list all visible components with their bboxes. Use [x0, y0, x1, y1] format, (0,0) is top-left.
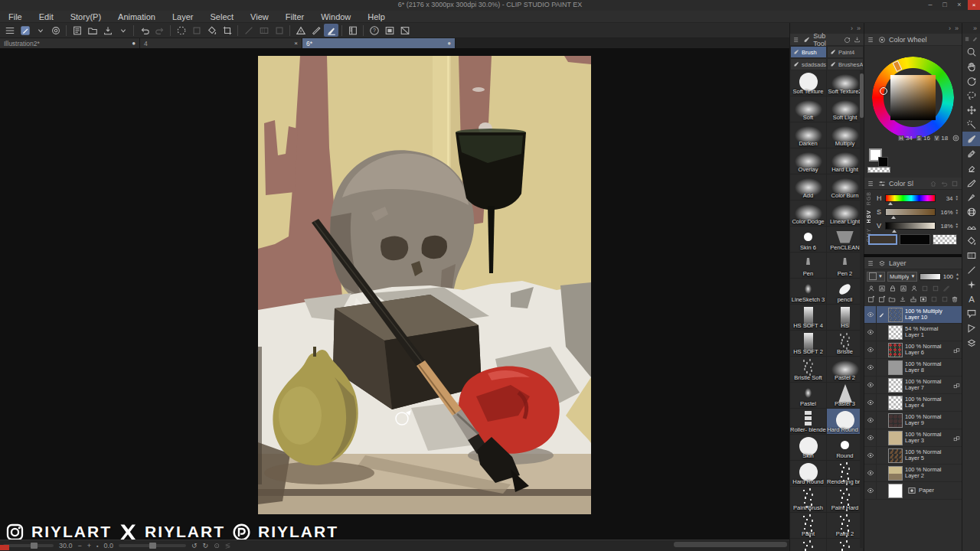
- document-tab[interactable]: 6*●: [302, 38, 456, 48]
- layer-name[interactable]: Layer 5: [905, 455, 942, 462]
- zoom-tool[interactable]: [962, 44, 980, 59]
- reset-subtool-icon[interactable]: [844, 36, 851, 44]
- layer-action-alpha[interactable]: [899, 284, 908, 293]
- layer-color-combo[interactable]: ▼: [867, 272, 885, 282]
- sub-color-swatch[interactable]: [900, 234, 930, 245]
- brush-item-soft[interactable]: Soft: [790, 96, 827, 122]
- rotate-tool[interactable]: [962, 73, 980, 88]
- subtool-panel-header[interactable]: Sub Tool: [790, 34, 864, 46]
- fill-tool[interactable]: [962, 233, 980, 248]
- zoom-slider[interactable]: [3, 544, 54, 547]
- color-mode-tab-rgb[interactable]: RGB: [866, 191, 874, 205]
- brush-item-bristle[interactable]: Bristle: [827, 331, 864, 357]
- brush-item[interactable]: [827, 539, 864, 551]
- layer-action-rulerx[interactable]: [942, 284, 951, 293]
- window-a-button[interactable]: [382, 24, 397, 37]
- layer-thumbnail[interactable]: [888, 413, 903, 428]
- layer-name[interactable]: Layer 6: [905, 350, 942, 357]
- new-doc-button[interactable]: [70, 24, 84, 37]
- sv-cursor[interactable]: [880, 87, 887, 95]
- subtool-tab-sdadsadsa[interactable]: sdadsadsa: [790, 58, 827, 70]
- layer-name[interactable]: Layer 7: [905, 385, 942, 392]
- frame-border-tool[interactable]: [962, 321, 980, 335]
- brush-item-multiply[interactable]: Multiply: [827, 122, 864, 148]
- brush-item-pen[interactable]: Pen: [790, 253, 827, 279]
- layer-name[interactable]: Layer 3: [905, 438, 942, 445]
- eyedropper-tool[interactable]: [962, 146, 980, 161]
- s-slider[interactable]: [885, 208, 936, 216]
- brush-item-color-dodge[interactable]: Color Dodge: [790, 201, 827, 227]
- tab-modified-dot[interactable]: ●: [447, 40, 451, 47]
- fit-screen-button[interactable]: ▪: [96, 543, 98, 549]
- layer-thumbnail[interactable]: [888, 396, 903, 410]
- brush-tool[interactable]: [962, 132, 980, 146]
- slider-marker[interactable]: [888, 202, 893, 205]
- brush-item-overlay[interactable]: Overlay: [790, 148, 827, 174]
- layer-thumbnail[interactable]: [888, 431, 903, 445]
- decoration-tool[interactable]: [962, 277, 980, 292]
- caret-button[interactable]: [116, 24, 130, 37]
- rotate-ccw-button[interactable]: ↺: [191, 542, 198, 549]
- ruler-button[interactable]: [293, 24, 308, 37]
- expand-arrow[interactable]: »: [955, 24, 959, 32]
- collapse-arrow[interactable]: ›: [851, 24, 853, 32]
- menu-help[interactable]: Help: [359, 11, 394, 23]
- import-subtool-icon[interactable]: [854, 36, 861, 44]
- layer-action-person[interactable]: [867, 284, 876, 293]
- layer-action-lock[interactable]: [888, 284, 897, 293]
- zoom-in-button[interactable]: +: [87, 542, 91, 549]
- zoom-out-button[interactable]: −: [78, 542, 82, 549]
- document-tab[interactable]: Illustration2*●: [0, 38, 140, 48]
- expand-arrow[interactable]: »: [973, 24, 977, 32]
- brush-item-hard-round[interactable]: Hard Round: [790, 461, 827, 487]
- layer-row-layer-8[interactable]: 100 % NormalLayer 8: [864, 359, 962, 377]
- brush-item-round[interactable]: Round: [827, 435, 864, 461]
- menu-animation[interactable]: Animation: [109, 11, 164, 23]
- brush-item-linesketch-3[interactable]: LineSketch 3: [790, 279, 827, 305]
- layer-action-newfolder[interactable]: [887, 295, 897, 304]
- layer-visibility-toggle[interactable]: [864, 416, 876, 424]
- document-tab[interactable]: 4×: [140, 38, 302, 48]
- layer-opacity-slider[interactable]: [920, 273, 940, 280]
- brush-item-soft-texture2[interactable]: Soft Texture2: [827, 70, 864, 96]
- menu-file[interactable]: File: [0, 11, 31, 23]
- brush-item-soft-light[interactable]: Soft Light: [827, 96, 864, 122]
- layer-action-masksq[interactable]: [919, 295, 928, 304]
- reset-rotation-button[interactable]: ⊙: [214, 542, 220, 549]
- pen-line-button[interactable]: [324, 24, 338, 37]
- balloon-tool[interactable]: [962, 306, 980, 321]
- brush-item-soft-texture[interactable]: Soft Texture: [790, 70, 827, 96]
- canvas-artwork[interactable]: [258, 56, 591, 514]
- layer-visibility-toggle[interactable]: [864, 469, 876, 477]
- layer-row-layer-2[interactable]: 100 % NormalLayer 2: [864, 465, 962, 482]
- subtool-tab-brushesa[interactable]: BrushesA: [827, 58, 864, 70]
- hue-ring[interactable]: [872, 57, 954, 139]
- menu-select[interactable]: Select: [202, 11, 243, 23]
- layer-action-transfer[interactable]: [898, 295, 907, 304]
- layer-name[interactable]: Paper: [919, 487, 934, 494]
- menu-window[interactable]: Window: [312, 11, 359, 23]
- layer-row-layer-7[interactable]: 100 % NormalLayer 7: [864, 377, 962, 394]
- tool-active-button[interactable]: [18, 24, 32, 37]
- menu-button[interactable]: [2, 24, 17, 37]
- pen-tool[interactable]: [962, 190, 980, 204]
- color-slider-header[interactable]: Color Sl: [864, 178, 962, 190]
- panel-menu-icon[interactable]: [867, 259, 875, 267]
- tab-close-icon[interactable]: ×: [294, 40, 298, 47]
- layer-row-layer-4[interactable]: 100 % NormalLayer 4: [864, 394, 962, 412]
- panel-menu-icon[interactable]: [793, 36, 800, 44]
- layer-row-layer-3[interactable]: 100 % NormalLayer 3: [864, 429, 962, 447]
- layer-visibility-toggle[interactable]: [864, 434, 876, 442]
- toolbar-menu-icon[interactable]: [965, 35, 970, 43]
- layer-thumbnail[interactable]: [888, 343, 903, 357]
- layer-row-paper[interactable]: Paper: [864, 482, 962, 500]
- layer-select-tool[interactable]: [962, 335, 980, 350]
- slider-marker[interactable]: [891, 216, 896, 219]
- window-b-button[interactable]: [397, 24, 412, 37]
- layer-thumbnail[interactable]: [888, 484, 903, 498]
- minimize-button[interactable]: –: [923, 0, 937, 10]
- layer-name[interactable]: Layer 4: [905, 403, 942, 409]
- move-tool[interactable]: [962, 103, 980, 117]
- h-slider[interactable]: [885, 194, 936, 202]
- brush-item-hs-soft-4[interactable]: HS SOFT 4: [790, 305, 827, 331]
